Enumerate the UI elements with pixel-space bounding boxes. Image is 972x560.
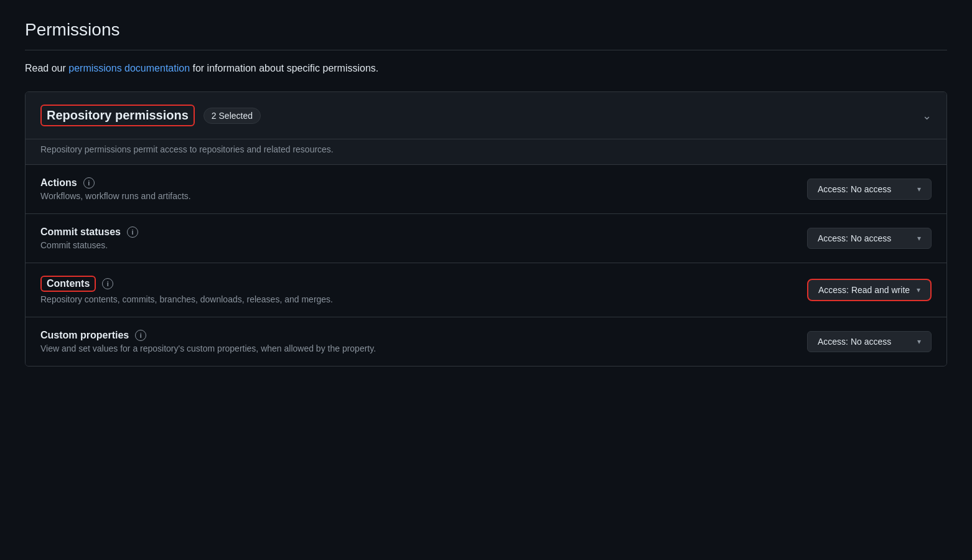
custom-properties-info-icon[interactable]: i xyxy=(135,330,146,341)
custom-properties-access-dropdown[interactable]: Access: No access ▾ xyxy=(807,331,932,352)
permission-row-custom-properties: Custom properties i View and set values … xyxy=(26,317,946,366)
permission-name-custom-properties: Custom properties xyxy=(40,330,129,341)
permission-left-commit-statuses: Commit statuses i Commit statuses. xyxy=(40,226,138,250)
permission-row-actions: Actions i Workflows, workflow runs and a… xyxy=(26,165,946,214)
page-title: Permissions xyxy=(25,20,947,40)
intro-prefix: Read our xyxy=(25,63,68,73)
actions-access-label: Access: No access xyxy=(818,184,891,194)
permission-desc-custom-properties: View and set values for a repository's c… xyxy=(40,343,376,353)
permission-left-contents: Contents i Repository contents, commits,… xyxy=(40,276,333,304)
commit-statuses-access-label: Access: No access xyxy=(818,233,891,243)
permission-row-commit-statuses: Commit statuses i Commit statuses. Acces… xyxy=(26,214,946,263)
intro-text: Read our permissions documentation for i… xyxy=(25,63,947,74)
repository-permissions-card: Repository permissions 2 Selected ⌄ Repo… xyxy=(25,91,947,366)
selected-badge: 2 Selected xyxy=(203,108,261,124)
commit-statuses-access-dropdown[interactable]: Access: No access ▾ xyxy=(807,228,932,249)
contents-access-dropdown[interactable]: Access: Read and write ▾ xyxy=(807,279,932,301)
permission-desc-commit-statuses: Commit statuses. xyxy=(40,240,138,250)
page-container: Permissions Read our permissions documen… xyxy=(0,0,972,386)
top-divider xyxy=(25,50,947,50)
commit-statuses-info-icon[interactable]: i xyxy=(127,226,138,238)
custom-properties-dropdown-arrow-icon: ▾ xyxy=(917,337,921,346)
section-header-left: Repository permissions 2 Selected xyxy=(40,105,261,126)
permission-name-contents: Contents xyxy=(40,276,96,292)
permission-name-row-custom-properties: Custom properties i xyxy=(40,330,376,341)
actions-info-icon[interactable]: i xyxy=(83,177,95,189)
repository-permissions-header: Repository permissions 2 Selected ⌄ xyxy=(26,92,946,139)
permission-left-actions: Actions i Workflows, workflow runs and a… xyxy=(40,177,191,201)
actions-dropdown-arrow-icon: ▾ xyxy=(917,185,921,194)
repository-permissions-title: Repository permissions xyxy=(40,105,195,126)
commit-statuses-dropdown-arrow-icon: ▾ xyxy=(917,234,921,243)
custom-properties-access-label: Access: No access xyxy=(818,337,891,347)
contents-dropdown-arrow-icon: ▾ xyxy=(917,286,920,294)
permission-name-actions: Actions xyxy=(40,177,77,189)
permissions-doc-link[interactable]: permissions documentation xyxy=(68,63,190,73)
permission-name-row-actions: Actions i xyxy=(40,177,191,189)
permission-left-custom-properties: Custom properties i View and set values … xyxy=(40,330,376,353)
permission-row-contents: Contents i Repository contents, commits,… xyxy=(26,263,946,317)
permission-name-commit-statuses: Commit statuses xyxy=(40,226,121,238)
permission-name-row-commit-statuses: Commit statuses i xyxy=(40,226,138,238)
intro-suffix: for information about specific permissio… xyxy=(192,63,378,73)
permission-name-row-contents: Contents i xyxy=(40,276,333,292)
repository-permissions-description: Repository permissions permit access to … xyxy=(26,139,946,165)
actions-access-dropdown[interactable]: Access: No access ▾ xyxy=(807,179,932,200)
contents-info-icon[interactable]: i xyxy=(102,278,113,289)
contents-access-label: Access: Read and write xyxy=(818,285,910,295)
permission-desc-actions: Workflows, workflow runs and artifacts. xyxy=(40,191,191,201)
permission-desc-contents: Repository contents, commits, branches, … xyxy=(40,294,333,304)
collapse-chevron-icon[interactable]: ⌄ xyxy=(922,109,932,123)
